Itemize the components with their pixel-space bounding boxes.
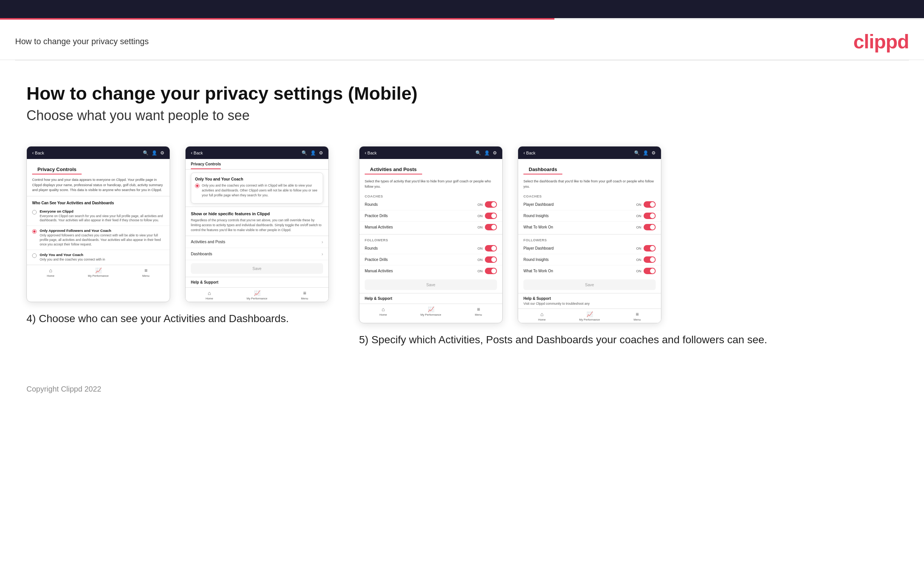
- screen3-icons: 🔍 👤 ⚙: [475, 150, 497, 156]
- dashboards-label: Dashboards: [191, 251, 212, 256]
- coaches-manual-toggle-wrap: ON: [478, 224, 498, 230]
- save-btn-3[interactable]: Save: [365, 279, 497, 290]
- settings-icon-2[interactable]: ⚙: [319, 150, 323, 156]
- save-btn-4[interactable]: Save: [523, 279, 656, 290]
- coaches-round-insights-toggle[interactable]: [644, 213, 656, 219]
- help-label-2: Help & Support: [186, 277, 328, 287]
- home-icon-4: ⌂: [540, 311, 543, 317]
- screen3-back-btn[interactable]: ‹ Back: [365, 150, 377, 156]
- search-icon-2[interactable]: 🔍: [302, 150, 307, 156]
- screen1-topbar: ‹ Back 🔍 👤 ⚙: [27, 147, 170, 159]
- nav-home-3[interactable]: ⌂ Home: [359, 306, 407, 316]
- coaches-what-to-work-toggle-wrap: ON: [636, 224, 656, 230]
- dashboards-row[interactable]: Dashboards ›: [186, 248, 328, 260]
- coaches-player-dashboard-toggle[interactable]: [644, 201, 656, 208]
- left-pair: ‹ Back 🔍 👤 ⚙ Privacy Controls: [26, 146, 329, 347]
- help-label-3: Help & Support: [359, 293, 502, 304]
- settings-icon-4[interactable]: ⚙: [651, 150, 656, 156]
- followers-rounds-toggle[interactable]: [485, 245, 497, 251]
- radio-only-you[interactable]: Only You and Your Coach Only you and the…: [27, 250, 170, 265]
- search-icon[interactable]: 🔍: [143, 150, 149, 156]
- screen3-section-desc: Select the types of activity that you'd …: [359, 176, 502, 192]
- coaches-rounds-toggle[interactable]: [485, 201, 497, 208]
- screen3-back-label: Back: [367, 151, 376, 155]
- radio-desc-approved: Only approved followers and coaches you …: [40, 234, 165, 247]
- header: How to change your privacy settings clip…: [0, 19, 924, 60]
- nav-menu-label-1: Menu: [142, 274, 150, 277]
- screenshots-section: ‹ Back 🔍 👤 ⚙ Privacy Controls: [26, 146, 898, 347]
- nav-home-1[interactable]: ⌂ Home: [27, 268, 74, 277]
- people-icon-3[interactable]: 👤: [484, 150, 490, 156]
- nav-home-label-3: Home: [380, 313, 387, 316]
- followers-drills-toggle[interactable]: [485, 256, 497, 263]
- coaches-manual-row: Manual Activities ON: [359, 222, 502, 233]
- settings-icon-3[interactable]: ⚙: [493, 150, 497, 156]
- page-subtitle: Choose what you want people to see: [26, 108, 898, 124]
- followers-manual-toggle[interactable]: [485, 268, 497, 274]
- followers-player-dashboard-toggle[interactable]: [644, 245, 656, 251]
- settings-icon[interactable]: ⚙: [160, 150, 165, 156]
- tab-privacy-controls[interactable]: Privacy Controls: [186, 159, 226, 169]
- top-bar: [0, 0, 924, 19]
- coaches-round-insights-on-text: ON: [636, 214, 642, 218]
- activities-posts-row[interactable]: Activities and Posts ›: [186, 236, 328, 248]
- coaches-manual-toggle[interactable]: [485, 224, 497, 230]
- nav-menu-label-4: Menu: [634, 318, 641, 321]
- nav-performance-4[interactable]: 📈 My Performance: [566, 311, 613, 321]
- coaches-label-4: COACHES: [518, 192, 661, 199]
- nav-home-4[interactable]: ⌂ Home: [518, 311, 566, 321]
- modal-radio-selected: Only you and the coaches you connect wit…: [195, 183, 319, 198]
- nav-menu-2[interactable]: ≡ Menu: [281, 290, 328, 300]
- nav-performance-1[interactable]: 📈 My Performance: [74, 268, 122, 277]
- coaches-manual-on-text: ON: [478, 226, 483, 229]
- breadcrumb: How to change your privacy settings: [15, 37, 149, 47]
- coaches-what-to-work-row: What To Work On ON: [518, 222, 661, 233]
- screen1-back-btn[interactable]: ‹ Back: [32, 150, 44, 156]
- back-chevron-icon-2: ‹: [191, 150, 192, 156]
- followers-player-dashboard-toggle-wrap: ON: [636, 245, 656, 251]
- modal-radio-circle: [195, 184, 200, 188]
- coaches-player-dashboard-on-text: ON: [636, 203, 642, 206]
- screen1-body: Privacy Controls Control how you and you…: [27, 159, 170, 265]
- save-btn-2[interactable]: Save: [191, 263, 323, 274]
- coaches-what-to-work-toggle[interactable]: [644, 224, 656, 230]
- people-icon[interactable]: 👤: [152, 150, 157, 156]
- coaches-drills-toggle[interactable]: [485, 213, 497, 219]
- followers-what-to-work-toggle[interactable]: [644, 268, 656, 274]
- home-icon-1: ⌂: [49, 268, 52, 273]
- people-icon-2[interactable]: 👤: [310, 150, 316, 156]
- radio-everyone[interactable]: Everyone on Clippd Everyone on Clippd ca…: [27, 206, 170, 226]
- screen2-topbar: ‹ Back 🔍 👤 ⚙: [186, 147, 328, 159]
- performance-icon-2: 📈: [254, 290, 260, 296]
- nav-menu-3[interactable]: ≡ Menu: [455, 306, 502, 316]
- followers-label-4: FOLLOWERS: [518, 236, 661, 243]
- radio-approved[interactable]: Only Approved Followers and Your Coach O…: [27, 226, 170, 250]
- nav-menu-label-3: Menu: [475, 313, 482, 316]
- nav-performance-2[interactable]: 📈 My Performance: [233, 290, 281, 300]
- search-icon-3[interactable]: 🔍: [475, 150, 481, 156]
- screen3-title-wrap: Activities and Posts: [359, 159, 502, 176]
- followers-round-insights-on-text: ON: [636, 258, 642, 262]
- search-icon-4[interactable]: 🔍: [634, 150, 640, 156]
- coaches-drills-on-text: ON: [478, 214, 483, 218]
- followers-round-insights-toggle[interactable]: [644, 256, 656, 263]
- screen2-back-btn[interactable]: ‹ Back: [191, 150, 203, 156]
- coaches-rounds-row: Rounds ON: [359, 199, 502, 210]
- people-icon-4[interactable]: 👤: [643, 150, 648, 156]
- nav-home-2[interactable]: ⌂ Home: [186, 290, 233, 300]
- nav-performance-3[interactable]: 📈 My Performance: [407, 306, 455, 316]
- followers-rounds-toggle-wrap: ON: [478, 245, 498, 251]
- screen4-section-title: Dashboards: [523, 163, 562, 174]
- nav-menu-1[interactable]: ≡ Menu: [122, 268, 170, 277]
- radio-content-approved: Only Approved Followers and Your Coach O…: [40, 229, 165, 247]
- followers-what-to-work-label: What To Work On: [523, 269, 553, 273]
- coaches-drills-toggle-wrap: ON: [478, 213, 498, 219]
- screen2-back-label: Back: [194, 151, 203, 155]
- right-screens: ‹ Back 🔍 👤 ⚙ Activities and Posts: [359, 146, 661, 323]
- modal-text: Only you and the coaches you connect wit…: [202, 183, 319, 198]
- coaches-rounds-on-text: ON: [478, 203, 483, 206]
- screen4-back-btn[interactable]: ‹ Back: [523, 150, 536, 156]
- screen-4: ‹ Back 🔍 👤 ⚙ Dashboards Sele: [518, 146, 661, 323]
- nav-performance-label-1: My Performance: [88, 274, 108, 277]
- nav-menu-4[interactable]: ≡ Menu: [613, 311, 661, 321]
